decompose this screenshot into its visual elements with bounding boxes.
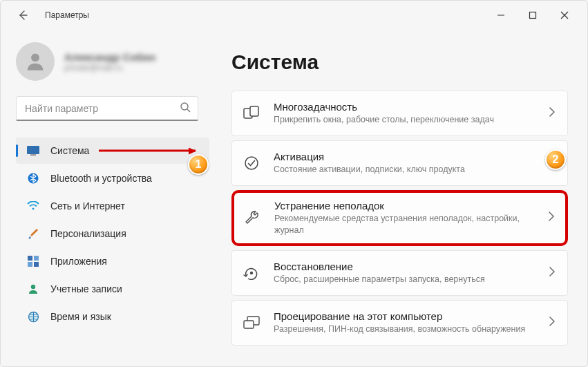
card-title: Проецирование на этот компьютер: [274, 310, 537, 322]
nav-label: Учетные записи: [50, 283, 122, 294]
title-bar: Параметры: [1, 1, 587, 30]
card-subtitle: Прикрепить окна, рабочие столы, переключ…: [274, 114, 537, 126]
maximize-button[interactable]: [517, 4, 549, 26]
system-icon: [27, 144, 39, 157]
card-activation[interactable]: Активация Состояние активации, подписки,…: [231, 140, 568, 186]
check-icon: [242, 153, 261, 173]
annotation-arrow: [99, 150, 196, 152]
svg-rect-6: [30, 155, 36, 156]
nav-label: Bluetooth и устройства: [50, 173, 152, 184]
bluetooth-icon: [27, 172, 39, 185]
chevron-right-icon: [549, 267, 555, 279]
card-subtitle: Сброс, расширенные параметры запуска, ве…: [274, 274, 537, 285]
card-title: Активация: [274, 151, 537, 162]
card-title: Многозадачность: [274, 101, 537, 113]
card-subtitle: Состояние активации, подписки, ключ прод…: [274, 164, 537, 176]
nav-list: Система Bluetooth и устройства Сеть и Ин…: [16, 138, 215, 330]
card-title: Восстановление: [274, 261, 537, 272]
recovery-icon: [242, 263, 261, 283]
search-input[interactable]: [25, 103, 180, 114]
svg-point-13: [31, 285, 35, 289]
card-troubleshoot[interactable]: Устранение неполадок Рекомендуемые средс…: [231, 190, 568, 246]
search-box[interactable]: [16, 96, 198, 121]
callout-text: 1: [196, 158, 202, 171]
callout-text: 2: [553, 153, 559, 166]
profile-block[interactable]: Александр Собин private@mail.ru: [16, 42, 215, 81]
person-icon: [27, 283, 39, 295]
svg-point-8: [32, 207, 34, 209]
avatar: [16, 42, 55, 81]
svg-rect-10: [34, 256, 39, 261]
nav-label: Система: [50, 145, 89, 156]
svg-point-17: [245, 157, 258, 169]
page-title: Система: [231, 50, 568, 74]
wifi-icon: [27, 200, 39, 212]
callout-badge-1: 1: [188, 154, 209, 175]
svg-rect-5: [28, 147, 39, 154]
card-title: Устранение неполадок: [274, 200, 536, 211]
chevron-right-icon: [549, 317, 555, 329]
project-icon: [242, 313, 261, 332]
svg-rect-9: [28, 256, 32, 261]
card-projecting[interactable]: Проецирование на этот компьютер Разрешен…: [231, 300, 568, 346]
svg-line-4: [187, 109, 190, 112]
nav-label: Сеть и Интернет: [50, 200, 125, 211]
wrench-icon: [243, 208, 262, 227]
brush-icon: [27, 227, 39, 240]
search-icon: [180, 102, 191, 115]
svg-rect-16: [250, 106, 258, 116]
nav-item-network[interactable]: Сеть и Интернет: [16, 193, 215, 219]
sidebar: Александр Собин private@mail.ru Система: [1, 30, 215, 366]
nav-item-bluetooth[interactable]: Bluetooth и устройства: [16, 165, 215, 191]
chevron-right-icon: [549, 107, 555, 120]
card-recovery[interactable]: Восстановление Сброс, расширенные параме…: [231, 250, 568, 296]
svg-point-3: [181, 103, 188, 110]
card-subtitle: Рекомендуемые средства устранения непола…: [274, 213, 536, 236]
svg-point-2: [31, 53, 39, 62]
svg-rect-12: [34, 262, 39, 267]
globe-clock-icon: [27, 310, 39, 323]
profile-name: Александр Собин: [64, 51, 155, 63]
svg-rect-20: [244, 321, 254, 328]
nav-label: Время и язык: [50, 311, 111, 322]
minimize-button[interactable]: [485, 4, 517, 26]
apps-icon: [27, 255, 39, 267]
nav-item-apps[interactable]: Приложения: [16, 248, 215, 274]
card-subtitle: Разрешения, ПИН-код связывания, возможно…: [274, 323, 537, 335]
profile-email: private@mail.ru: [64, 63, 155, 73]
content-area: Система Многозадачность Прикрепить окна,…: [215, 30, 587, 366]
nav-item-system[interactable]: Система: [16, 138, 209, 164]
svg-rect-11: [28, 262, 32, 267]
nav-item-time-language[interactable]: Время и язык: [16, 303, 215, 330]
multitask-icon: [242, 104, 261, 123]
nav-item-accounts[interactable]: Учетные записи: [16, 276, 215, 302]
app-title: Параметры: [45, 10, 89, 20]
close-button[interactable]: [549, 4, 580, 26]
chevron-right-icon: [549, 211, 554, 224]
back-button[interactable]: [13, 6, 32, 25]
nav-label: Приложения: [50, 256, 107, 267]
card-multitasking[interactable]: Многозадачность Прикрепить окна, рабочие…: [231, 91, 568, 136]
nav-label: Персонализация: [50, 228, 126, 239]
nav-item-personalization[interactable]: Персонализация: [16, 220, 215, 247]
svg-rect-1: [530, 12, 536, 19]
svg-point-18: [250, 272, 253, 274]
callout-badge-2: 2: [545, 149, 566, 170]
